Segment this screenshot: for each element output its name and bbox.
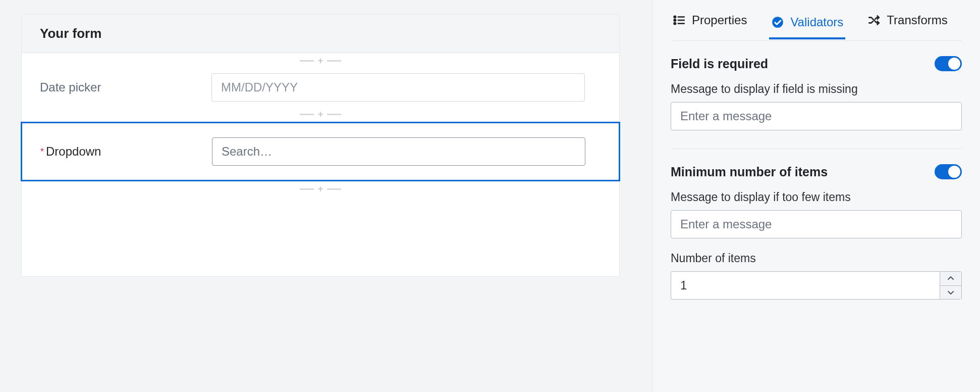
insert-handle-mid[interactable]: + bbox=[22, 107, 619, 122]
insert-handle-top[interactable]: + bbox=[22, 53, 619, 68]
min-items-message-input[interactable] bbox=[671, 210, 962, 238]
tab-transforms-label: Transforms bbox=[887, 13, 947, 27]
insert-dash-icon bbox=[300, 114, 314, 115]
section-min-items: Minimum number of items Message to displ… bbox=[671, 149, 962, 318]
field-label-dropdown-text: Dropdown bbox=[46, 144, 101, 158]
form-row-date-picker[interactable]: Date picker bbox=[22, 68, 619, 107]
min-items-number-input[interactable] bbox=[671, 271, 940, 300]
svg-point-0 bbox=[674, 16, 676, 18]
field-label-date-picker: Date picker bbox=[40, 80, 211, 94]
insert-handle-bottom[interactable]: + bbox=[22, 181, 619, 197]
plus-icon: + bbox=[318, 184, 323, 193]
min-items-toggle[interactable] bbox=[935, 164, 962, 179]
svg-point-6 bbox=[773, 17, 784, 28]
svg-point-4 bbox=[674, 23, 676, 24]
insert-dash-icon bbox=[327, 114, 341, 115]
min-items-number-stepper bbox=[671, 271, 962, 300]
tab-transforms[interactable]: Transforms bbox=[865, 9, 949, 35]
tab-properties[interactable]: Properties bbox=[671, 9, 749, 35]
stepper-up-button[interactable] bbox=[940, 272, 961, 286]
section-required: Field is required Message to display if … bbox=[671, 41, 962, 149]
date-picker-input[interactable] bbox=[211, 73, 585, 102]
required-message-input[interactable] bbox=[671, 102, 962, 130]
stepper-down-button[interactable] bbox=[940, 286, 961, 300]
insert-dash-icon bbox=[300, 188, 314, 190]
tab-properties-label: Properties bbox=[692, 13, 747, 27]
form-title: Your form bbox=[22, 15, 619, 53]
inspector-tabs: Properties Validators Transforms bbox=[671, 0, 962, 41]
insert-dash-icon bbox=[327, 60, 341, 62]
min-items-message-label: Message to display if too few items bbox=[671, 190, 962, 204]
insert-dash-icon bbox=[327, 188, 341, 190]
plus-icon: + bbox=[318, 110, 323, 119]
chevron-down-icon bbox=[948, 290, 954, 295]
form-row-dropdown[interactable]: *Dropdown bbox=[21, 122, 620, 181]
insert-dash-icon bbox=[300, 60, 314, 62]
inspector-panel: Properties Validators Transforms bbox=[652, 0, 980, 392]
form-canvas: Your form + Date picker + *Dropdown bbox=[21, 14, 620, 277]
tab-validators[interactable]: Validators bbox=[769, 11, 845, 39]
field-label-dropdown: *Dropdown bbox=[40, 144, 212, 159]
shuffle-icon bbox=[867, 14, 881, 27]
plus-icon: + bbox=[318, 56, 323, 65]
min-items-number-label: Number of items bbox=[671, 252, 962, 265]
list-icon bbox=[673, 14, 686, 27]
check-badge-icon bbox=[771, 16, 784, 29]
tab-validators-label: Validators bbox=[790, 15, 843, 29]
required-asterisk-icon: * bbox=[40, 146, 44, 157]
required-message-label: Message to display if field is missing bbox=[671, 82, 962, 96]
section-required-title: Field is required bbox=[671, 57, 768, 71]
form-canvas-area: Your form + Date picker + *Dropdown bbox=[0, 0, 652, 392]
section-min-items-title: Minimum number of items bbox=[671, 165, 828, 179]
chevron-up-icon bbox=[948, 276, 954, 280]
dropdown-search-input[interactable] bbox=[212, 137, 585, 166]
svg-point-2 bbox=[674, 19, 676, 21]
required-toggle[interactable] bbox=[935, 56, 962, 71]
